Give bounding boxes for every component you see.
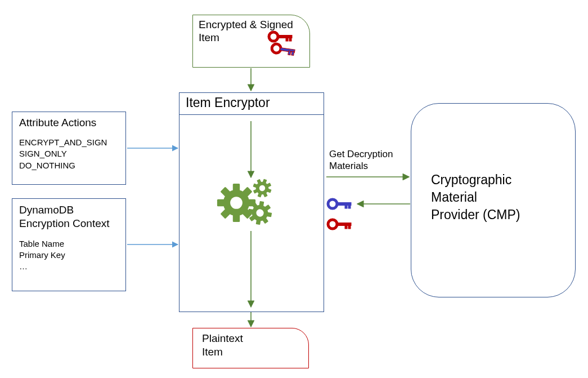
plaintext-item-box: Plaintext Item [192,328,309,368]
item-encryptor-box [179,92,324,312]
attribute-actions-line2: SIGN_ONLY [19,148,119,159]
plaintext-item-l2: Item [202,346,223,358]
encryption-context-line2: Primary Key [19,250,119,261]
attribute-actions-box: Attribute Actions ENCRYPT_AND_SIGN SIGN_… [12,112,126,185]
encryption-context-title2: Encryption Context [19,217,110,229]
attribute-actions-title: Attribute Actions [19,117,119,129]
encryption-context-title1: DynamoDB [19,204,74,216]
cmp-label: Cryptographic Material Provider (CMP) [431,171,520,224]
plaintext-item-l1: Plaintext [202,332,243,344]
attribute-actions-line1: ENCRYPT_AND_SIGN [19,137,119,148]
get-decryption-materials-label: Get Decryption Materials [329,148,393,172]
encryption-context-line3: … [19,261,119,272]
encrypted-signed-item-label: Encrypted & Signed Item [193,15,309,48]
encryption-context-line1: Table Name [19,238,119,250]
item-encryptor-title: Item Encryptor [186,95,270,110]
attribute-actions-line3: DO_NOTHING [19,160,119,171]
item-encryptor-divider [179,114,324,115]
encryption-context-box: DynamoDB Encryption Context Table Name P… [12,198,126,291]
encrypted-signed-item-box: Encrypted & Signed Item [192,15,310,68]
